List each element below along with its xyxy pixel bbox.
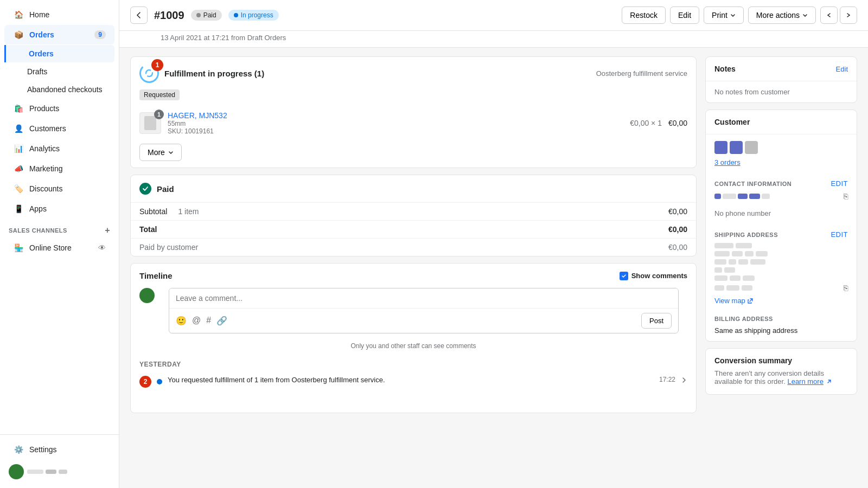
order-number: #1009 — [154, 9, 184, 22]
comment-box: 🙂 @ # 🔗 Post — [169, 288, 679, 333]
customer-avatar-1 — [714, 141, 727, 154]
timeline-date-label: YESTERDAY — [131, 356, 696, 373]
shipping-edit-button[interactable]: Edit — [831, 230, 848, 239]
subtotal-row: Subtotal 1 item €0,00 — [131, 202, 696, 220]
in-progress-badge: In progress — [228, 10, 279, 21]
timeline-header: Timeline Show comments — [131, 264, 696, 288]
billing-address-label: BILLING ADDRESS — [706, 311, 857, 324]
sidebar-item-orders[interactable]: 📦 Orders 9 — [4, 25, 114, 44]
sidebar-item-discounts[interactable]: 🏷️ Discounts — [4, 179, 114, 198]
copy-email-button[interactable]: ⎘ — [844, 192, 848, 201]
back-button[interactable] — [130, 7, 148, 24]
sidebar-item-home[interactable]: 🏠 Home — [4, 5, 114, 24]
sidebar-item-drafts[interactable]: Drafts — [4, 63, 114, 80]
apps-icon: 📱 — [13, 203, 24, 214]
sidebar-item-abandoned[interactable]: Abandoned checkouts — [4, 81, 114, 98]
chevron-right-icon — [681, 377, 687, 383]
analytics-icon: 📊 — [13, 143, 24, 154]
fulfillment-title: 1 Fulfillment in progress (1) — [139, 63, 264, 83]
customer-orders-link[interactable]: 3 orders — [706, 156, 857, 173]
fulfillment-header: 1 Fulfillment in progress (1) Oosterberg… — [131, 57, 696, 89]
prev-order-button[interactable] — [820, 7, 838, 24]
sidebar-label-analytics: Analytics — [29, 144, 60, 153]
conversion-text: There aren't any conversion details avai… — [706, 369, 857, 388]
orders-badge: 9 — [94, 30, 106, 39]
view-map-link[interactable]: View map — [706, 294, 857, 311]
print-button[interactable]: Print — [704, 7, 744, 24]
attachment-icon[interactable]: 🔗 — [216, 316, 227, 326]
paid-by-row: Paid by customer €0,00 — [131, 238, 696, 256]
svg-point-0 — [146, 70, 152, 76]
customer-avatar-row — [706, 134, 857, 156]
show-comments-checkbox[interactable] — [620, 272, 628, 280]
sidebar-item-products[interactable]: 🛍️ Products — [4, 99, 114, 118]
customer-avatar-3 — [745, 141, 758, 154]
hashtag-icon[interactable]: # — [206, 316, 211, 326]
timeline-event: 2 You requested fulfillment of 1 item fr… — [131, 373, 696, 391]
add-sales-channel-button[interactable]: + — [105, 226, 110, 235]
timeline-dot — [157, 379, 162, 384]
post-button[interactable]: Post — [641, 313, 672, 329]
sidebar-item-online-store[interactable]: 🏪 Online Store 👁 — [4, 238, 114, 258]
no-phone-text: No phone number — [706, 203, 857, 224]
edit-button[interactable]: Edit — [670, 7, 699, 24]
sales-channels-section: SALES CHANNELS + — [0, 219, 119, 237]
sidebar-item-apps[interactable]: 📱 Apps — [4, 199, 114, 219]
staff-note: Only you and other staff can see comment… — [131, 342, 696, 356]
customer-card: Customer 3 orders CONTACT INFORMATION Ed… — [705, 110, 857, 342]
sidebar-label-marketing: Marketing — [29, 164, 62, 173]
learn-more-link[interactable]: Learn more — [787, 377, 823, 386]
side-column: Notes Edit No notes from customer Custom… — [705, 56, 857, 479]
notes-body: No notes from customer — [706, 81, 857, 102]
comment-input[interactable] — [169, 288, 678, 308]
item-desc: 55mm — [168, 120, 623, 127]
notes-edit-button[interactable]: Edit — [836, 65, 848, 73]
copy-address-button[interactable]: ⎘ — [844, 284, 848, 292]
sidebar-label-orders: Orders — [29, 30, 54, 39]
marketing-icon: 📣 — [13, 163, 24, 174]
orders-icon: 📦 — [13, 29, 24, 40]
conversion-title: Conversion summary — [706, 349, 857, 369]
user-detail-redacted — [59, 470, 67, 474]
sidebar-item-orders-sub[interactable]: Orders — [4, 45, 114, 62]
main-column: 1 Fulfillment in progress (1) Oosterberg… — [130, 56, 697, 479]
emoji-icon[interactable]: 🙂 — [176, 316, 187, 326]
customer-avatar-2 — [730, 141, 743, 154]
show-comments-toggle[interactable]: Show comments — [620, 272, 687, 280]
contact-edit-button[interactable]: Edit — [831, 179, 848, 188]
paid-check-icon — [139, 183, 151, 195]
sidebar-label-products: Products — [29, 104, 59, 113]
item-link[interactable]: HAGER, MJN532 — [168, 111, 227, 120]
more-actions-button[interactable]: More actions — [748, 7, 816, 24]
sidebar-item-settings[interactable]: ⚙️ Settings — [4, 440, 114, 459]
sidebar-item-customers[interactable]: 👤 Customers — [4, 119, 114, 138]
fulfillment-badge-requested: Requested — [131, 89, 696, 107]
item-info: HAGER, MJN532 55mm SKU: 10019161 — [168, 111, 623, 135]
timeline-event-time: 17:22 — [659, 376, 675, 383]
conversion-card: Conversion summary There aren't any conv… — [705, 348, 857, 395]
fulfillment-service: Oosterberg fulfillment service — [596, 69, 687, 78]
mention-icon[interactable]: @ — [192, 316, 201, 326]
sidebar-label-settings: Settings — [29, 445, 57, 454]
sidebar-item-analytics[interactable]: 📊 Analytics — [4, 139, 114, 158]
comment-actions: 🙂 @ # 🔗 Post — [169, 308, 678, 333]
restock-button[interactable]: Restock — [622, 7, 666, 24]
user-avatar — [9, 464, 24, 479]
sidebar-label-orders-sub: Orders — [29, 49, 54, 58]
timeline-card: Timeline Show comments 🙂 — [130, 263, 697, 413]
customers-icon: 👤 — [13, 123, 24, 134]
notes-title: Notes Edit — [706, 57, 857, 81]
home-icon: 🏠 — [13, 9, 24, 20]
fulfillment-notification-badge: 1 — [151, 59, 163, 71]
more-button[interactable]: More — [139, 144, 182, 161]
online-store-icon: 🏪 — [13, 242, 24, 253]
notes-card: Notes Edit No notes from customer — [705, 56, 857, 103]
sidebar-label-discounts: Discounts — [29, 184, 62, 193]
contact-email-redacted — [714, 194, 840, 199]
sidebar-item-marketing[interactable]: 📣 Marketing — [4, 159, 114, 178]
billing-same-text: Same as shipping address — [706, 324, 857, 341]
payment-header: Paid — [131, 175, 696, 202]
user-store-redacted — [46, 470, 56, 474]
shipping-address-body: ⎘ — [706, 241, 857, 294]
next-order-button[interactable] — [840, 7, 857, 24]
